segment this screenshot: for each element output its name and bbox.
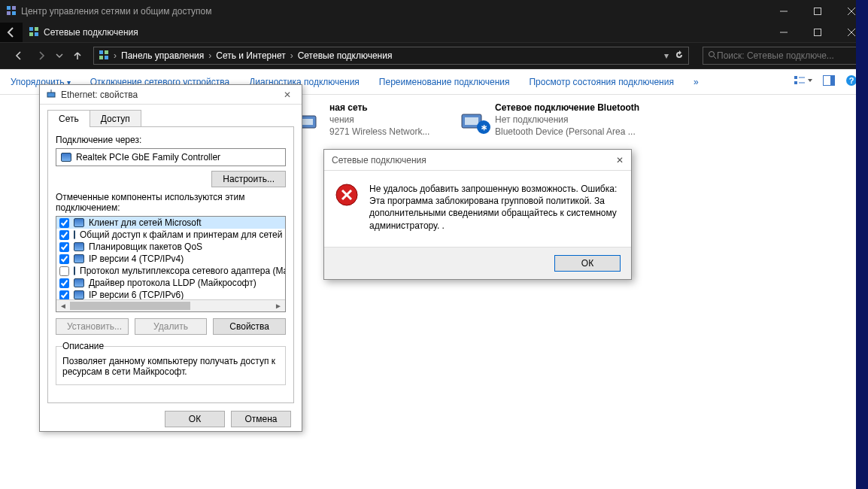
search-input[interactable] <box>717 50 855 61</box>
minimize-button[interactable] <box>766 21 800 44</box>
svg-rect-8 <box>29 27 33 31</box>
svg-rect-19 <box>105 56 108 59</box>
tab-access[interactable]: Доступ <box>90 110 141 127</box>
component-label: Общий доступ к файлам и принтерам для се… <box>80 229 286 240</box>
configure-button[interactable]: Настроить... <box>211 171 286 187</box>
ethernet-icon <box>46 88 56 101</box>
parent-back-button[interactable] <box>0 23 23 42</box>
svg-rect-10 <box>29 32 33 36</box>
component-item[interactable]: Драйвер протокола LLDP (Майкрософт) <box>56 277 285 289</box>
component-item[interactable]: Планировщик пакетов QoS <box>56 241 285 253</box>
tab-network[interactable]: Сеть <box>47 110 90 127</box>
messagebox-titlebar[interactable]: Сетевые подключения ✕ <box>324 150 631 171</box>
parent-maximize-button[interactable] <box>800 0 834 23</box>
maximize-button[interactable] <box>800 21 834 44</box>
svg-rect-11 <box>35 32 38 36</box>
messagebox-title: Сетевые подключения <box>332 155 426 166</box>
search-box[interactable] <box>703 47 860 65</box>
connect-via-label: Подключение через: <box>56 135 286 145</box>
svg-rect-9 <box>35 27 38 31</box>
ethernet-properties-dialog: Ethernet: свойства ✕ Сеть Доступ Подключ… <box>39 84 302 432</box>
parent-minimize-button[interactable] <box>766 0 800 23</box>
svg-rect-5 <box>814 8 821 15</box>
properties-button[interactable]: Свойства <box>213 318 286 335</box>
breadcrumb[interactable]: Сетевые подключения <box>298 50 393 61</box>
dialog-close-button[interactable]: ✕ <box>279 90 296 100</box>
messagebox-text: Не удалось добавить запрошенную возможно… <box>369 183 621 232</box>
address-bar[interactable]: › Панель управления › Сеть и Интернет › … <box>93 47 689 65</box>
install-button[interactable]: Установить... <box>56 318 129 335</box>
svg-rect-41 <box>47 93 55 97</box>
refresh-icon[interactable] <box>675 50 684 62</box>
connection-name: Сетевое подключение Bluetooth <box>495 102 639 113</box>
description-label: Описание <box>62 341 104 351</box>
tab-panel-network: Подключение через: Realtek PCIe GbE Fami… <box>47 126 294 403</box>
bluetooth-badge-icon: ∗ <box>477 120 490 134</box>
component-label: Протокол мультиплексора сетевого адаптер… <box>80 266 286 276</box>
navigation-bar: › Панель управления › Сеть и Интернет › … <box>0 42 868 69</box>
messagebox-close-button[interactable]: ✕ <box>616 155 624 166</box>
breadcrumb[interactable]: Сеть и Интернет <box>216 50 285 61</box>
nav-forward-button[interactable] <box>30 44 53 67</box>
toolbar-overflow[interactable]: » <box>693 77 699 87</box>
dialog-ok-button[interactable]: ОК <box>165 411 225 427</box>
component-item[interactable]: Общий доступ к файлам и принтерам для се… <box>56 229 285 241</box>
component-icon <box>74 278 84 287</box>
svg-rect-23 <box>794 81 797 84</box>
view-options-button[interactable] <box>794 74 812 89</box>
connection-item-bluetooth[interactable]: ∗ Сетевое подключение Bluetooth Нет подк… <box>459 102 647 137</box>
component-icon <box>74 218 84 227</box>
svg-rect-3 <box>12 11 16 15</box>
adapter-icon <box>61 153 71 162</box>
component-icon <box>74 266 75 275</box>
component-checkbox[interactable] <box>59 278 69 288</box>
messagebox-ok-button[interactable]: ОК <box>554 255 621 272</box>
component-checkbox[interactable] <box>59 242 69 252</box>
window-title: Сетевые подключения <box>44 27 766 38</box>
connection-device: 9271 Wireless Network... <box>329 126 429 137</box>
adapter-name: Realtek PCIe GbE Family Controller <box>76 152 220 162</box>
component-checkbox[interactable] <box>59 230 69 240</box>
uninstall-button[interactable]: Удалить <box>135 318 208 335</box>
svg-rect-17 <box>105 50 108 54</box>
svg-text:?: ? <box>849 76 854 85</box>
svg-rect-18 <box>99 56 103 59</box>
dialog-titlebar[interactable]: Ethernet: свойства ✕ <box>40 85 302 105</box>
nav-history-dropdown[interactable] <box>53 44 66 67</box>
network-connections-icon <box>29 26 39 39</box>
breadcrumb[interactable]: Панель управления <box>121 50 204 61</box>
horizontal-scrollbar[interactable]: ◄ ► <box>56 299 285 311</box>
right-edge-strip <box>856 0 868 489</box>
component-icon <box>74 242 84 251</box>
component-checkbox[interactable] <box>59 218 69 228</box>
toolbar-rename[interactable]: Переименование подключения <box>379 77 510 87</box>
connection-item-wifi[interactable]: × ная сеть чения 9271 Wireless Network..… <box>293 102 436 137</box>
svg-rect-13 <box>814 29 821 36</box>
scroll-thumb[interactable] <box>70 302 190 310</box>
control-panel-icon <box>6 5 17 18</box>
adapter-field: Realtek PCIe GbE Family Controller <box>56 148 286 166</box>
component-checkbox[interactable] <box>59 254 69 264</box>
component-checkbox[interactable] <box>59 290 69 300</box>
svg-line-21 <box>714 56 716 59</box>
description-text: Позволяет данному компьютеру получать до… <box>62 356 279 377</box>
component-label: IP версии 4 (TCP/IPv4) <box>89 254 184 264</box>
svg-rect-27 <box>830 76 834 85</box>
scroll-left-button[interactable]: ◄ <box>58 302 68 310</box>
error-icon <box>335 183 359 207</box>
component-item[interactable]: Протокол мультиплексора сетевого адаптер… <box>56 265 285 277</box>
nav-back-button[interactable] <box>8 44 30 67</box>
toolbar-view-status[interactable]: Просмотр состояния подключения <box>529 77 673 87</box>
scroll-right-button[interactable]: ► <box>273 302 284 310</box>
nav-up-button[interactable] <box>66 44 89 67</box>
chevron-right-icon: › <box>114 50 117 61</box>
connection-status: чения <box>329 114 429 125</box>
dialog-cancel-button[interactable]: Отмена <box>231 411 291 427</box>
component-item[interactable]: Клиент для сетей Microsoft <box>56 217 285 229</box>
address-dropdown-icon[interactable]: ▾ <box>664 50 669 62</box>
component-label: IP версии 6 (TCP/IPv6) <box>89 290 184 300</box>
preview-pane-button[interactable] <box>823 75 835 88</box>
component-item[interactable]: IP версии 4 (TCP/IPv4) <box>56 253 285 265</box>
component-checkbox[interactable] <box>59 266 69 276</box>
components-listbox[interactable]: Клиент для сетей MicrosoftОбщий доступ к… <box>56 216 286 312</box>
